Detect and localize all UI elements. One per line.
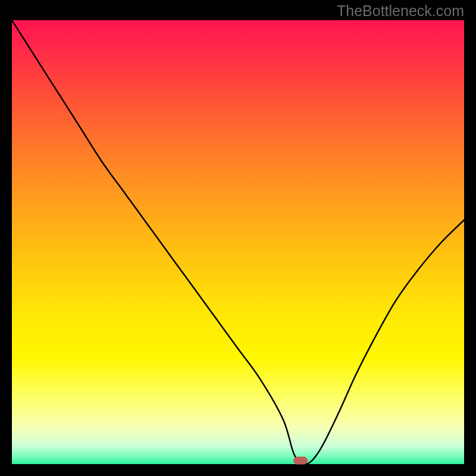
- plot-area: [12, 20, 464, 464]
- minimum-marker: [293, 457, 308, 465]
- watermark-text: TheBottleneck.com: [337, 2, 464, 20]
- chart-container: TheBottleneck.com: [0, 0, 476, 476]
- line-curve: [12, 20, 464, 464]
